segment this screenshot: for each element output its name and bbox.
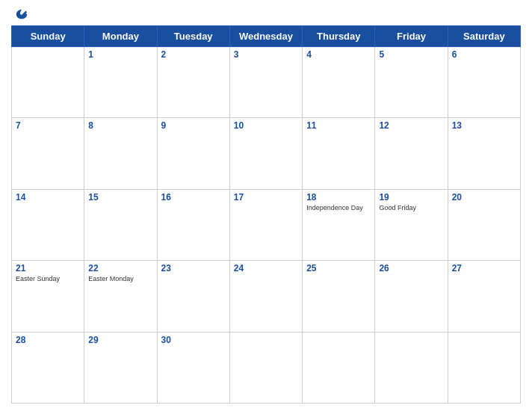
- day-number: 6: [452, 49, 516, 60]
- calendar-cell: 6: [448, 47, 520, 118]
- day-number: 2: [161, 49, 226, 60]
- day-number: 28: [16, 335, 80, 345]
- calendar-cell: 21Easter Sunday: [12, 261, 84, 332]
- calendar-cell: 30: [157, 332, 229, 403]
- day-number: 17: [234, 192, 298, 203]
- weekday-header-wednesday: Wednesday: [229, 26, 302, 47]
- calendar-cell: 18Independence Day: [303, 189, 375, 260]
- calendar-cell: 19Good Friday: [375, 189, 448, 260]
- calendar-week-5: 282930: [12, 332, 521, 403]
- calendar-cell: [448, 332, 520, 403]
- calendar-cell: 13: [448, 118, 520, 189]
- day-number: 26: [379, 263, 443, 274]
- day-event-label: Easter Sunday: [16, 275, 80, 282]
- calendar-cell: 29: [84, 332, 157, 403]
- calendar-week-2: 78910111213: [12, 118, 521, 189]
- calendar-cell: 3: [229, 47, 302, 118]
- day-number: 24: [234, 263, 298, 274]
- day-event-label: Good Friday: [379, 204, 443, 211]
- calendar-cell: 27: [448, 261, 520, 332]
- calendar-cell: [303, 332, 375, 403]
- day-number: 15: [88, 192, 152, 203]
- calendar-cell: 9: [157, 118, 229, 189]
- calendar-table: SundayMondayTuesdayWednesdayThursdayFrid…: [11, 25, 521, 404]
- calendar-cell: 16: [157, 189, 229, 260]
- day-number: 1: [88, 49, 152, 60]
- day-number: 4: [306, 49, 371, 60]
- day-number: 8: [88, 120, 152, 131]
- weekday-header-sunday: Sunday: [12, 26, 84, 47]
- calendar-week-4: 21Easter Sunday22Easter Monday2324252627: [12, 261, 521, 332]
- calendar-week-3: 1415161718Independence Day19Good Friday2…: [12, 189, 521, 260]
- weekday-header-tuesday: Tuesday: [157, 26, 229, 47]
- day-number: 5: [379, 49, 443, 60]
- calendar-cell: 1: [84, 47, 157, 118]
- day-number: 25: [306, 263, 371, 274]
- calendar-cell: 2: [157, 47, 229, 118]
- calendar-header: [11, 7, 521, 21]
- weekday-header-friday: Friday: [375, 26, 448, 47]
- calendar-cell: 23: [157, 261, 229, 332]
- calendar-cell: 24: [229, 261, 302, 332]
- calendar-cell: 17: [229, 189, 302, 260]
- weekday-header-saturday: Saturday: [448, 26, 520, 47]
- day-number: 7: [16, 120, 80, 131]
- logo-blue-text: [15, 7, 30, 21]
- calendar-week-1: 123456: [12, 47, 521, 118]
- day-number: 21: [16, 263, 80, 274]
- day-number: 9: [161, 120, 226, 131]
- day-number: 16: [161, 192, 226, 203]
- calendar-cell: [229, 332, 302, 403]
- day-number: 30: [161, 335, 226, 345]
- day-number: 19: [379, 192, 443, 203]
- day-number: 22: [88, 263, 152, 274]
- weekday-header-thursday: Thursday: [303, 26, 375, 47]
- calendar-cell: 8: [84, 118, 157, 189]
- day-event-label: Independence Day: [306, 204, 371, 211]
- calendar-cell: 25: [303, 261, 375, 332]
- day-number: 23: [161, 263, 226, 274]
- calendar-cell: 15: [84, 189, 157, 260]
- day-number: 29: [88, 335, 152, 345]
- day-number: 14: [16, 192, 80, 203]
- calendar-cell: 28: [12, 332, 84, 403]
- weekday-header-row: SundayMondayTuesdayWednesdayThursdayFrid…: [12, 26, 521, 47]
- calendar-cell: 11: [303, 118, 375, 189]
- calendar-cell: [375, 332, 448, 403]
- day-number: 12: [379, 120, 443, 131]
- day-number: 11: [306, 120, 371, 131]
- calendar-cell: 4: [303, 47, 375, 118]
- day-number: 20: [452, 192, 516, 203]
- calendar-cell: 26: [375, 261, 448, 332]
- calendar-cell: 5: [375, 47, 448, 118]
- calendar-cell: 14: [12, 189, 84, 260]
- day-event-label: Easter Monday: [88, 275, 152, 282]
- logo: [15, 7, 30, 21]
- day-number: 27: [452, 263, 516, 274]
- calendar-cell: 20: [448, 189, 520, 260]
- day-number: 3: [234, 49, 298, 60]
- calendar-cell: 7: [12, 118, 84, 189]
- day-number: 13: [452, 120, 516, 131]
- logo-bird-icon: [15, 7, 28, 21]
- weekday-header-monday: Monday: [84, 26, 157, 47]
- calendar-cell: 10: [229, 118, 302, 189]
- day-number: 10: [234, 120, 298, 131]
- day-number: 18: [306, 192, 371, 203]
- calendar-cell: 22Easter Monday: [84, 261, 157, 332]
- calendar-cell: 12: [375, 118, 448, 189]
- calendar-cell: [12, 47, 84, 118]
